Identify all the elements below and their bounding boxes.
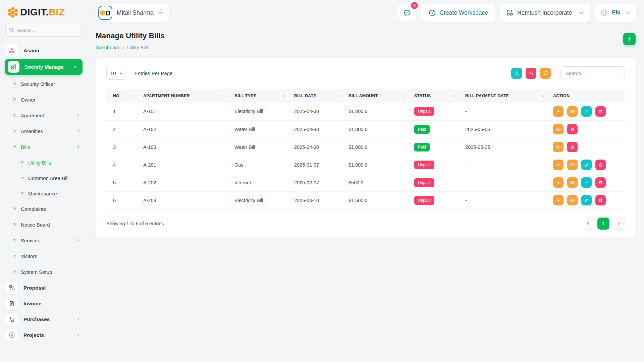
pagination-next-button[interactable] (613, 218, 625, 230)
column-header-bill-payment-date[interactable]: BILL PAYMENT DATE↑↓ (465, 89, 553, 103)
breadcrumb: Dashboard › Utility Bills (96, 45, 165, 50)
column-header-apartment-number[interactable]: APARTMENT NUMBER↑↓ (143, 89, 234, 103)
sidebar-item-purchases[interactable]: Purchases (0, 311, 87, 327)
asana-icon (5, 44, 18, 57)
pay-button[interactable] (553, 195, 564, 205)
status-badge: Paid (414, 125, 430, 134)
sidebar-item-proposal[interactable]: Proposal (0, 280, 87, 296)
export-download-button[interactable] (511, 68, 522, 79)
avatar: D (98, 6, 112, 20)
view-button[interactable] (567, 106, 578, 117)
delete-button[interactable] (567, 124, 578, 134)
user-menu[interactable]: D Mitali Sharma (96, 4, 169, 22)
sidebar-item-society-manage[interactable]: Society Manage (5, 59, 83, 75)
language-selector[interactable]: EN (595, 4, 636, 22)
view-button[interactable] (567, 195, 578, 205)
sort-icon: ↑↓ (403, 94, 405, 98)
undo-arrow-icon (528, 70, 534, 76)
user-name: Mitali Sharma (117, 9, 154, 16)
sidebar-item-bills[interactable]: Bills (0, 139, 87, 155)
bullet-icon (12, 223, 16, 227)
undo-button[interactable] (526, 68, 536, 79)
status-badge: Unpaid (414, 178, 434, 187)
chevron-right-icon (76, 333, 80, 337)
pagination: 1 (582, 218, 625, 230)
sidebar-item-complaints[interactable]: Complaints (0, 201, 87, 217)
sidebar-item-system-setup[interactable]: System Setup (0, 264, 87, 280)
pagination-page-1[interactable]: 1 (597, 218, 609, 230)
workspace-switcher[interactable]: Hemtush Incorporate (500, 4, 590, 22)
status-badge: Unpaid (414, 196, 434, 205)
create-workspace-button[interactable]: Create Workspace (421, 4, 495, 22)
pagination-prev-button[interactable] (582, 218, 594, 230)
bullet-icon (12, 129, 16, 133)
cart-icon (5, 313, 18, 326)
column-header-bill-amount[interactable]: BILL AMOUNT↑↓ (348, 89, 414, 103)
pay-button[interactable] (553, 106, 564, 117)
table-row: 5 A-202 Internet 2025-02-07 $500.0 Unpai… (106, 174, 625, 191)
main-area: D Mitali Sharma 0 Create Workspace (87, 0, 644, 362)
globe-icon (600, 9, 608, 17)
edit-button[interactable] (581, 177, 592, 188)
edit-button[interactable] (581, 195, 592, 205)
delete-button[interactable] (595, 195, 606, 205)
table-row: 4 A-201 Gas 2025-01-07 $1,000.0 Unpaid - (106, 156, 625, 174)
brand-logo[interactable]: DIGIT.BIZ (0, 4, 87, 22)
breadcrumb-dashboard-link[interactable]: Dashboard (96, 45, 119, 50)
sidebar-item-projects[interactable]: Projects (0, 327, 87, 343)
column-header-action: ACTION (553, 89, 625, 103)
column-header-status[interactable]: STATUS↑↓ (414, 89, 465, 103)
delete-button[interactable] (595, 177, 606, 188)
column-header-no[interactable]: NO↑↓ (106, 89, 143, 103)
pencil-icon (584, 162, 589, 167)
sidebar-item-visitors[interactable]: Visitors (0, 248, 87, 264)
pencil-icon (584, 180, 589, 185)
sidebar-item-utility-bills[interactable]: Utility Bills (0, 155, 87, 170)
sort-icon: ↑↓ (283, 94, 285, 98)
sidebar-item-owner[interactable]: Owner (0, 92, 87, 108)
utility-bills-card: 10 Entries Per Page (96, 58, 636, 238)
view-button[interactable] (553, 124, 564, 134)
add-bill-button[interactable]: + (623, 33, 636, 45)
column-header-bill-type[interactable]: BILL TYPE↑↓ (234, 89, 294, 103)
play-icon (556, 198, 561, 203)
view-button[interactable] (567, 160, 578, 170)
view-button[interactable] (553, 142, 564, 152)
refresh-button[interactable] (540, 68, 551, 79)
sidebar-item-asana[interactable]: Asana (0, 43, 87, 58)
pay-button[interactable] (553, 160, 564, 170)
chevron-left-icon (586, 221, 590, 226)
view-button[interactable] (567, 177, 578, 188)
sidebar-item-maintenance[interactable]: Maintenance (0, 186, 87, 201)
sort-icon: ↑↓ (337, 94, 339, 98)
sidebar-item-notice-board[interactable]: Notice Board (0, 217, 87, 233)
app-root: DIGIT.BIZ Asana Society Manage (0, 0, 644, 362)
play-icon (556, 109, 561, 114)
chevron-right-icon (76, 113, 80, 118)
chat-button[interactable]: 0 (398, 4, 416, 22)
bullet-icon (20, 176, 24, 180)
sidebar-search-input[interactable] (5, 24, 82, 37)
delete-button[interactable] (595, 160, 606, 170)
table-search-input[interactable] (560, 66, 625, 80)
sidebar-item-invoice[interactable]: Invoice (0, 296, 87, 311)
brand-hexagon-icon (8, 7, 18, 18)
pay-button[interactable] (553, 177, 564, 188)
sidebar-item-security-officer[interactable]: Security Officer (0, 76, 87, 92)
table-search (560, 66, 625, 80)
plus-circle-icon (428, 9, 436, 17)
sidebar: DIGIT.BIZ Asana Society Manage (0, 0, 87, 362)
edit-button[interactable] (581, 106, 592, 117)
trash-icon (598, 109, 603, 114)
sidebar-item-apartment[interactable]: Apartment (0, 108, 87, 123)
delete-button[interactable] (595, 106, 606, 117)
chevron-down-icon (625, 10, 630, 15)
column-header-bill-date[interactable]: BILL DATE↑↓ (294, 89, 348, 103)
sidebar-item-common-area-bill[interactable]: Common Area Bill (0, 170, 87, 186)
sidebar-item-amenities[interactable]: Amenities (0, 123, 87, 139)
entries-per-page-select[interactable]: 10 (106, 67, 127, 80)
delete-button[interactable] (567, 142, 578, 152)
edit-button[interactable] (581, 160, 592, 170)
sidebar-item-services[interactable]: Services (0, 233, 87, 248)
sort-icon: ↑↓ (223, 94, 225, 98)
